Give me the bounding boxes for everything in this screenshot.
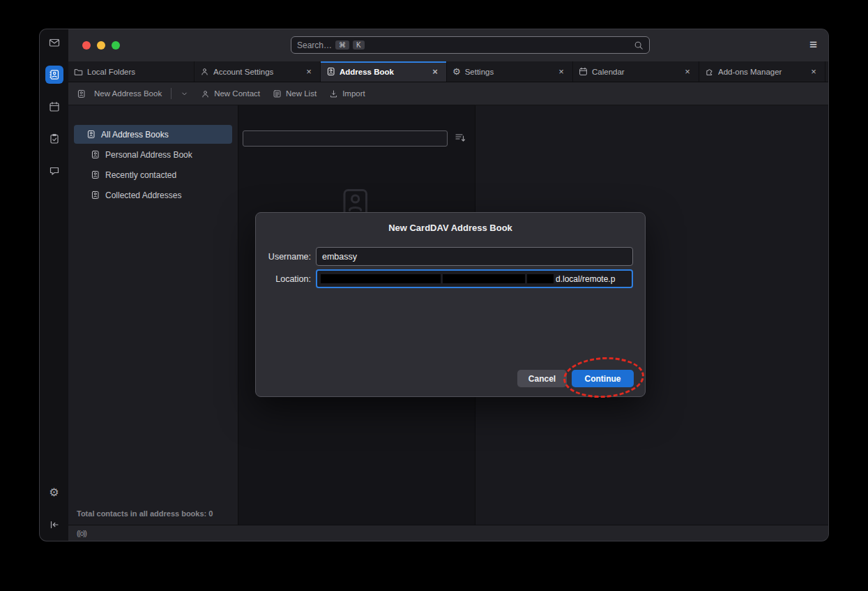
username-field[interactable] [316,247,633,266]
list-item-personal-address-book[interactable]: Personal Address Book [74,145,232,164]
global-search-field[interactable]: Search… ⌘ K [291,36,650,54]
status-bar: ((o)) [68,525,828,541]
dialog-title: New CardDAV Address Book [256,223,645,233]
zoom-window-button[interactable] [112,41,120,50]
close-tab-icon[interactable]: × [682,66,693,77]
tasks-sidebar-icon[interactable] [45,130,63,148]
close-tab-icon[interactable]: × [808,66,819,77]
chevron-down-icon[interactable] [181,90,188,98]
new-contact-button[interactable]: New Contact [201,89,260,98]
address-book-icon [77,89,86,98]
account-icon [200,67,209,76]
close-tab-icon[interactable]: × [429,66,441,77]
continue-button[interactable]: Continue [572,370,634,387]
address-book-icon [91,170,100,179]
address-book-icon [91,150,100,159]
collapse-sidebar-icon[interactable] [45,516,63,534]
import-button[interactable]: Import [329,89,365,98]
main-area: Search… ⌘ K ≡ Local Folders Account Sett… [68,29,828,541]
close-window-button[interactable] [82,41,91,50]
calendar-sidebar-icon[interactable] [45,98,63,116]
new-contact-icon [201,89,210,98]
redaction-bar [527,274,554,283]
thunderbird-window: ⚙ Search… ⌘ K ≡ [40,29,828,541]
new-list-button[interactable]: New List [273,89,317,98]
address-books-pane: All Address Books Personal Address Book … [68,105,238,525]
k-key-badge: K [353,40,365,50]
tab-address-book[interactable]: Address Book × [321,61,447,82]
redaction-bar [443,274,525,283]
list-item-collected-addresses[interactable]: Collected Addresses [74,186,232,204]
titlebar[interactable]: Search… ⌘ K ≡ [68,29,828,61]
redaction-bar [321,274,441,283]
broadcast-icon[interactable]: ((o)) [77,530,86,537]
tab-account-settings[interactable]: Account Settings × [195,61,321,82]
list-item-recently-contacted[interactable]: Recently contacted [74,165,232,184]
address-book-content: All Address Books Personal Address Book … [68,105,828,525]
gear-icon: ⚙ [49,487,59,498]
import-icon [329,89,338,98]
location-visible-text: d.local/remote.p [556,274,615,284]
close-tab-icon[interactable]: × [556,66,567,77]
close-tab-icon[interactable]: × [303,66,314,77]
address-book-icon [91,190,100,200]
contacts-search-input[interactable] [243,130,448,147]
app-menu-button[interactable]: ≡ [809,38,817,51]
gear-icon: ⚙ [452,67,461,76]
location-field[interactable]: d.local/remote.p [316,269,633,288]
new-address-book-button[interactable]: New Address Book [77,88,188,99]
address-book-sidebar-icon[interactable] [45,66,63,84]
minimize-window-button[interactable] [97,41,105,50]
address-book-toolbar: New Address Book New Contact New List Im… [68,82,828,105]
new-carddav-dialog: New CardDAV Address Book Username: Locat… [255,212,646,397]
tab-calendar[interactable]: Calendar × [573,61,699,82]
tab-addons-manager[interactable]: Add-ons Manager × [699,61,825,82]
total-contacts-status: Total contacts in all address books: 0 [68,504,238,525]
settings-sidebar-icon[interactable]: ⚙ [45,484,63,502]
window-controls [82,41,120,50]
search-placeholder: Search… [297,40,332,50]
calendar-icon [579,67,588,76]
address-book-icon [86,130,96,139]
command-key-badge: ⌘ [335,40,349,50]
search-icon [634,40,644,50]
cancel-button[interactable]: Cancel [517,370,567,387]
addons-icon [705,67,714,76]
new-list-icon [273,89,282,98]
list-item-all-address-books[interactable]: All Address Books [74,125,232,144]
location-label: Location: [256,274,311,284]
tab-local-folders[interactable]: Local Folders [68,61,195,82]
chat-sidebar-icon[interactable] [45,162,63,180]
tab-bar: Local Folders Account Settings × Address… [68,61,828,82]
folder-icon [74,67,83,76]
mail-icon[interactable] [45,33,63,52]
tab-settings[interactable]: ⚙ Settings × [447,61,573,82]
display-options-button[interactable] [455,132,466,143]
address-book-icon [326,67,335,76]
activity-sidebar: ⚙ [40,29,68,541]
sort-options-icon [455,132,466,143]
username-label: Username: [256,252,311,262]
